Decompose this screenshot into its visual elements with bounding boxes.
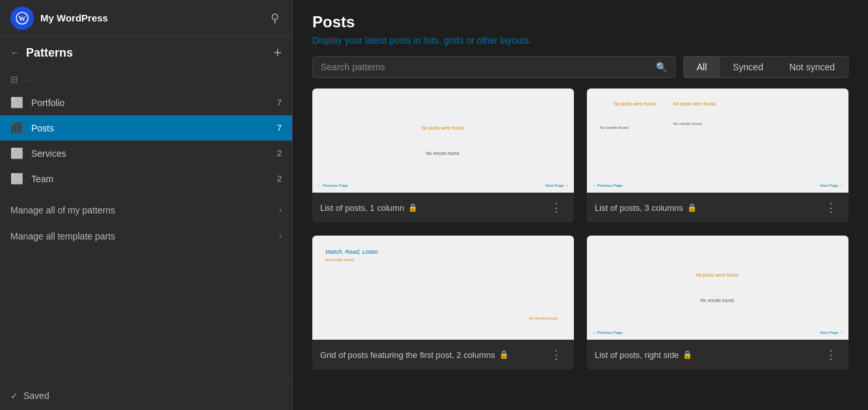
preview-no-results-1: No results found. xyxy=(426,151,461,156)
next-page-link-2: Next Page → xyxy=(820,184,843,187)
add-pattern-button[interactable]: + xyxy=(273,46,282,60)
saved-check-icon: ✓ xyxy=(10,390,18,401)
preview-no-posts-1: No posts were found. xyxy=(422,126,465,130)
global-search-icon[interactable]: ⚲ xyxy=(268,8,282,28)
sidebar-item-posts[interactable]: ⬛ Posts 7 xyxy=(0,115,292,141)
filter-tab-synced[interactable]: Synced xyxy=(720,57,776,77)
prev-page-link-2: ← Previous Page xyxy=(592,184,623,187)
next-page-link-1: Next Page → xyxy=(545,184,569,187)
filter-tabs: All Synced Not synced xyxy=(683,56,848,78)
preview-no-posts-3col-right: No posts were found. xyxy=(673,102,835,106)
sidebar-item-portfolio[interactable]: ⬜ Portfolio 7 xyxy=(0,90,292,115)
pattern-card-list-right[interactable]: No posts were found. No results found. ←… xyxy=(587,236,848,370)
saved-label: Saved xyxy=(23,390,49,401)
folder-icon: ⬜ xyxy=(10,96,23,109)
more-options-btn-4[interactable]: ⋮ xyxy=(821,346,841,363)
preview-watch-noresults-2: No results found. xyxy=(529,316,558,320)
sidebar: W My WordPress ⚲ ← Patterns + ⊟ ··· ⬜ Po… xyxy=(0,0,293,410)
pattern-info-grid-2col: Grid of posts featuring the first post, … xyxy=(312,340,574,370)
folder-icon-posts: ⬛ xyxy=(10,122,23,134)
patterns-title: Patterns xyxy=(26,46,267,60)
sidebar-footer: ✓ Saved xyxy=(0,381,292,410)
preview-no-results-3col-right: No results found. xyxy=(673,122,835,126)
sidebar-item-services-label: Services xyxy=(31,148,66,159)
pattern-preview-list-right: No posts were found. No results found. ←… xyxy=(587,236,848,340)
pattern-card-grid-2col[interactable]: Watch, Read, Listen No results found. No… xyxy=(312,236,574,370)
manage-templates-item[interactable]: Manage all template parts › xyxy=(0,223,292,249)
preview-no-posts-right: No posts were found. xyxy=(696,273,739,277)
manage-patterns-label: Manage all of my patterns xyxy=(10,205,115,215)
pattern-card-list-1col[interactable]: No posts were found. No results found. ←… xyxy=(312,89,574,223)
search-input[interactable] xyxy=(321,62,651,72)
preview-watch-noresults-1: No results found. xyxy=(325,258,561,262)
sidebar-item-posts-label: Posts xyxy=(31,123,54,133)
sidebar-item-portfolio-label: Portfolio xyxy=(31,98,64,108)
nav-list: ⊟ ··· ⬜ Portfolio 7 ⬛ Posts 7 ⬜ Services… xyxy=(0,69,292,381)
pattern-info-list-right: List of posts, right side 🔒 ⋮ xyxy=(587,340,848,370)
services-count: 2 xyxy=(277,148,282,158)
pattern-info-list-3col: List of posts, 3 columns 🔒 ⋮ xyxy=(587,193,848,223)
team-count: 2 xyxy=(277,174,282,184)
back-button[interactable]: ← xyxy=(10,48,20,58)
toolbar: 🔍 All Synced Not synced xyxy=(293,56,868,89)
svg-text:W: W xyxy=(19,14,26,22)
chevron-right-icon: › xyxy=(279,206,282,215)
next-page-link-right: Next Page → xyxy=(820,331,843,335)
pattern-name-list-right: List of posts, right side 🔒 xyxy=(595,350,692,360)
preview-no-results-3col-left: No results found. xyxy=(600,126,671,130)
lock-icon-1: 🔒 xyxy=(408,203,418,212)
lock-icon-3: 🔒 xyxy=(499,350,509,359)
wp-logo: W xyxy=(10,7,34,30)
more-options-btn-1[interactable]: ⋮ xyxy=(547,199,566,216)
page-title: Posts xyxy=(312,13,848,31)
pattern-card-list-3col[interactable]: No posts were found. No results found. N… xyxy=(587,89,848,223)
preview-no-posts-3col-left: No posts were found. xyxy=(600,102,671,106)
sidebar-item-services[interactable]: ⬜ Services 2 xyxy=(0,141,292,166)
filter-tab-all[interactable]: All xyxy=(684,57,720,77)
lock-icon-2: 🔒 xyxy=(687,203,697,212)
folder-icon-services: ⬜ xyxy=(10,147,23,159)
patterns-header: ← Patterns + xyxy=(0,36,292,69)
scrolled-item: ⊟ ··· xyxy=(0,69,292,90)
posts-count: 7 xyxy=(277,123,282,133)
patterns-grid: No posts were found. No results found. ←… xyxy=(293,89,868,410)
pattern-name-list-1col: List of posts, 1 column 🔒 xyxy=(320,203,418,213)
pattern-preview-list-3col: No posts were found. No results found. N… xyxy=(587,89,848,193)
lock-icon-4: 🔒 xyxy=(683,350,692,359)
sidebar-header: W My WordPress ⚲ xyxy=(0,0,292,36)
nav-divider xyxy=(10,194,282,195)
manage-templates-label: Manage all template parts xyxy=(10,231,115,241)
prev-page-link-1: ← Previous Page xyxy=(318,184,348,187)
more-options-btn-2[interactable]: ⋮ xyxy=(821,199,841,216)
pattern-name-grid-2col: Grid of posts featuring the first post, … xyxy=(320,350,509,360)
site-name: My WordPress xyxy=(40,12,262,23)
pattern-name-list-3col: List of posts, 3 columns 🔒 xyxy=(595,203,697,213)
page-subtitle: Display your latest posts in lists, grid… xyxy=(312,35,848,46)
pattern-preview-grid-2col: Watch, Read, Listen No results found. No… xyxy=(312,236,574,340)
main-content: Posts Display your latest posts in lists… xyxy=(293,0,868,410)
sidebar-item-team-label: Team xyxy=(31,174,53,184)
pattern-preview-list-1col: No posts were found. No results found. ←… xyxy=(312,89,574,193)
prev-page-link-right: ← Previous Page xyxy=(592,331,623,335)
preview-no-results-right: No results found. xyxy=(701,298,735,303)
manage-patterns-item[interactable]: Manage all of my patterns › xyxy=(0,197,292,223)
search-bar[interactable]: 🔍 xyxy=(312,56,675,78)
preview-nav-1: ← Previous Page Next Page → xyxy=(312,184,574,187)
content-header: Posts Display your latest posts in lists… xyxy=(293,0,868,56)
preview-watch-title: Watch, Read, Listen xyxy=(325,249,561,255)
pattern-info-list-1col: List of posts, 1 column 🔒 ⋮ xyxy=(312,193,574,223)
more-options-btn-3[interactable]: ⋮ xyxy=(547,346,566,363)
preview-nav-right: ← Previous Page Next Page → xyxy=(587,331,848,335)
folder-icon-team: ⬜ xyxy=(10,172,23,185)
filter-tab-not-synced[interactable]: Not synced xyxy=(776,57,848,77)
search-icon: 🔍 xyxy=(656,62,667,72)
portfolio-count: 7 xyxy=(277,98,282,107)
chevron-right-icon-2: › xyxy=(279,232,282,241)
sidebar-item-team[interactable]: ⬜ Team 2 xyxy=(0,166,292,191)
